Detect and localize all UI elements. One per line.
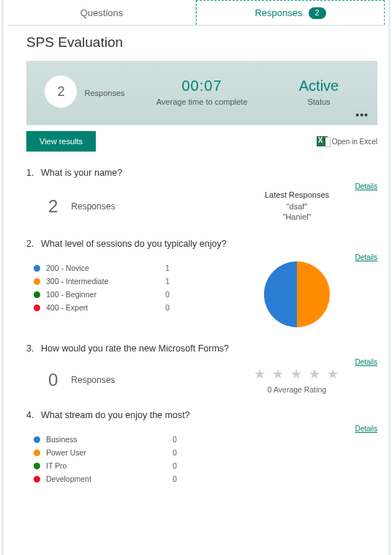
legend-item: Development0: [26, 472, 202, 485]
page-title: SPS Evaluation: [26, 34, 385, 51]
question-2: 2. What level of sessions do you typical…: [26, 239, 377, 327]
question-2-text: What level of sessions do you typically …: [41, 239, 227, 249]
view-results-button[interactable]: View results: [26, 131, 96, 152]
question-4-number: 4.: [26, 410, 41, 420]
legend-dot-icon: [34, 436, 40, 443]
legend-dot-icon: [34, 291, 40, 298]
legend-dot-icon: [34, 265, 40, 272]
question-4-text: What stream do you enjoy the most?: [41, 410, 190, 420]
legend-item: Power User0: [26, 446, 202, 459]
summary-status-label: Status: [260, 97, 377, 106]
question-1-details-link[interactable]: Details: [355, 182, 377, 190]
summary-avg-time-label: Average time to complete: [143, 97, 260, 106]
legend-item: 200 - Novice1: [26, 261, 187, 275]
latest-response-item: "dsaf": [216, 202, 377, 211]
tab-responses[interactable]: Responses 2: [196, 0, 385, 25]
legend-dot-icon: [34, 278, 40, 285]
question-3: 3. How would you rate the new Microsoft …: [26, 343, 377, 394]
summary-avg-time: 00:07: [143, 78, 260, 94]
summary-status: Active: [260, 78, 377, 94]
question-3-number: 3.: [26, 343, 41, 354]
legend-item: IT Pro0: [26, 459, 202, 472]
rating-stars: ★ ★ ★ ★ ★: [216, 366, 377, 382]
action-bar: View results X Open in Excel: [26, 131, 377, 152]
question-4-legend: Business0 Power User0 IT Pro0 Developmen…: [26, 433, 202, 485]
question-1-response-count: 2: [48, 196, 58, 217]
open-in-excel-link[interactable]: X Open in Excel: [317, 136, 377, 146]
question-4: 4. What stream do you enjoy the most? De…: [26, 410, 377, 485]
question-1: 1. What is your name? Details 2 Response…: [26, 168, 377, 223]
legend-item: 300 - Intermediate1: [26, 275, 187, 288]
summary-responses-count: 2: [45, 75, 77, 108]
tab-responses-label: Responses: [255, 7, 302, 18]
latest-response-item: "Haniel": [216, 212, 377, 221]
summary-bar: 2 Responses 00:07 Average time to comple…: [26, 61, 377, 125]
question-4-details-link[interactable]: Details: [355, 425, 377, 433]
legend-dot-icon: [34, 450, 40, 456]
question-3-response-count: 0: [48, 370, 58, 390]
question-2-details-link[interactable]: Details: [355, 253, 377, 261]
legend-item: 400 - Expert0: [26, 301, 187, 314]
legend-dot-icon: [34, 305, 40, 311]
question-1-text: What is your name?: [41, 168, 122, 178]
responses-count-badge: 2: [309, 7, 326, 19]
summary-responses-label: Responses: [84, 89, 124, 97]
legend-dot-icon: [34, 476, 40, 483]
latest-responses-title: Latest Responses: [216, 190, 377, 199]
legend-item: Business0: [26, 433, 202, 446]
question-3-details-link[interactable]: Details: [355, 358, 377, 366]
tab-questions[interactable]: Questions: [7, 0, 196, 25]
question-2-legend: 200 - Novice1 300 - Intermediate1 100 - …: [26, 261, 187, 314]
open-in-excel-label: Open in Excel: [332, 138, 377, 146]
question-1-number: 1.: [26, 168, 41, 178]
pie-chart: [264, 261, 330, 327]
question-1-response-label: Responses: [71, 201, 115, 212]
average-rating-label: 0 Average Rating: [216, 385, 377, 394]
legend-item: 100 - Beginner0: [26, 288, 187, 301]
tabs-bar: Questions Responses 2: [7, 0, 385, 26]
question-3-text: How would you rate the new Microsoft For…: [41, 343, 229, 354]
question-2-number: 2.: [26, 239, 41, 249]
legend-dot-icon: [34, 463, 40, 469]
more-options-button[interactable]: •••: [355, 109, 369, 121]
excel-icon: X: [317, 136, 328, 146]
question-3-response-label: Responses: [71, 375, 115, 385]
